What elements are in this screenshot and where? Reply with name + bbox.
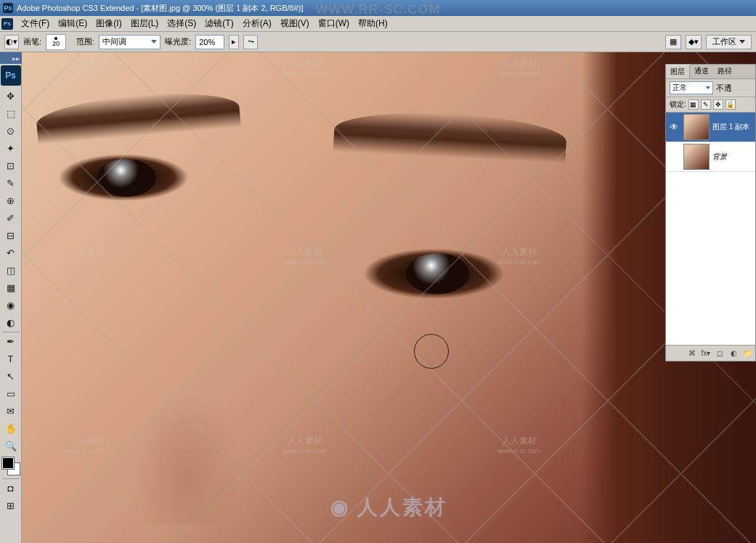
tool-magic-wand[interactable]: ✦ bbox=[2, 140, 20, 156]
adjustment-layer-icon[interactable]: ◐ bbox=[728, 348, 739, 359]
menu-help[interactable]: 帮助(H) bbox=[354, 16, 392, 31]
link-layers-icon[interactable]: ⌘ bbox=[686, 348, 698, 359]
canvas-area[interactable]: 人人素材www.rr-sc.com 人人素材www.rr-sc.com 人人素材… bbox=[22, 52, 756, 543]
layer-style-icon[interactable]: fx▾ bbox=[700, 348, 712, 359]
brush-label: 画笔: bbox=[23, 36, 41, 47]
tool-gradient[interactable]: ▦ bbox=[2, 279, 20, 295]
tool-quickmask[interactable]: ◘ bbox=[2, 478, 20, 496]
tool-eyedropper[interactable]: ✎ bbox=[2, 175, 20, 191]
tool-screenmode[interactable]: ⊞ bbox=[2, 497, 20, 513]
layer-mask-icon[interactable]: ◻ bbox=[714, 348, 725, 359]
tool-eraser[interactable]: ◫ bbox=[2, 262, 20, 278]
ps-doc-icon: Ps bbox=[1, 18, 13, 30]
double-arrow-icon: ▸▸ bbox=[12, 54, 20, 62]
tool-marquee[interactable]: ⬚ bbox=[2, 105, 20, 121]
tool-path-select[interactable]: ↖ bbox=[2, 368, 20, 384]
image-brow-left bbox=[35, 87, 241, 144]
image-eye-left bbox=[58, 154, 189, 201]
color-swatches[interactable] bbox=[2, 457, 20, 475]
tool-type[interactable]: T bbox=[2, 351, 20, 367]
brush-size-value: 20 bbox=[52, 40, 60, 47]
blend-mode-value: 正常 bbox=[672, 83, 687, 93]
tool-healing[interactable]: ⊕ bbox=[2, 192, 20, 208]
tab-paths[interactable]: 路径 bbox=[713, 65, 736, 78]
tool-crop[interactable]: ⊡ bbox=[2, 158, 20, 173]
tool-lasso[interactable]: ⊙ bbox=[2, 123, 20, 139]
menu-window[interactable]: 窗口(W) bbox=[314, 16, 354, 31]
tool-blur[interactable]: ◉ bbox=[2, 297, 20, 313]
window-title: Adobe Photoshop CS3 Extended - [素材图.jpg … bbox=[17, 3, 304, 14]
layers-panel: 图层 通道 路径 正常 不透 锁定: ▦ ✎ ✥ 🔒 👁 bbox=[665, 64, 756, 362]
ps-logo-icon: Ps bbox=[1, 65, 21, 86]
image-nose bbox=[123, 379, 254, 524]
exposure-input[interactable] bbox=[195, 35, 224, 49]
tool-hand[interactable]: ✋ bbox=[2, 420, 20, 436]
blend-mode-row: 正常 不透 bbox=[666, 79, 755, 97]
blend-mode-dropdown[interactable]: 正常 bbox=[670, 81, 713, 94]
tool-stamp[interactable]: ⊟ bbox=[2, 227, 20, 243]
ps-app-icon: Ps bbox=[3, 3, 13, 13]
layers-panel-footer: ⌘ fx▾ ◻ ◐ 📁 bbox=[666, 345, 755, 361]
menubar: Ps 文件(F) 编辑(E) 图像(I) 图层(L) 选择(S) 滤镜(T) 分… bbox=[0, 16, 756, 32]
image-eye-right bbox=[363, 248, 505, 299]
palette-well-1[interactable]: ▦ bbox=[665, 35, 681, 49]
visibility-icon[interactable] bbox=[667, 150, 680, 163]
menu-filter[interactable]: 滤镜(T) bbox=[200, 16, 237, 31]
lock-label: 锁定: bbox=[670, 99, 686, 110]
tool-history-brush[interactable]: ↶ bbox=[2, 245, 20, 261]
visibility-icon[interactable]: 👁 bbox=[667, 121, 680, 134]
layer-row[interactable]: 👁 图层 1 副本 bbox=[666, 113, 755, 142]
lock-position-icon[interactable]: ✥ bbox=[713, 99, 723, 110]
menu-image[interactable]: 图像(I) bbox=[92, 16, 126, 31]
tool-preset-picker[interactable]: ◐▾ bbox=[4, 35, 19, 49]
tool-shape[interactable]: ▭ bbox=[2, 385, 20, 401]
lock-row: 锁定: ▦ ✎ ✥ 🔒 bbox=[666, 97, 755, 113]
tab-channels[interactable]: 通道 bbox=[690, 65, 713, 78]
chevron-down-icon bbox=[739, 40, 745, 44]
layer-list: 👁 图层 1 副本 背景 bbox=[666, 113, 755, 345]
opacity-label: 不透 bbox=[716, 83, 732, 94]
range-label: 范围: bbox=[76, 36, 94, 47]
titlebar: Ps Adobe Photoshop CS3 Extended - [素材图.j… bbox=[0, 0, 756, 16]
tool-move[interactable]: ✥ bbox=[2, 88, 20, 104]
layer-group-icon[interactable]: 📁 bbox=[741, 348, 753, 359]
layer-thumbnail[interactable] bbox=[683, 114, 710, 140]
range-dropdown[interactable]: 中间调 bbox=[99, 35, 160, 49]
chevron-down-icon bbox=[151, 40, 157, 44]
layer-thumbnail[interactable] bbox=[683, 144, 710, 170]
workspace-dropdown[interactable]: 工作区 bbox=[706, 35, 752, 49]
tab-layers[interactable]: 图层 bbox=[666, 65, 690, 78]
lock-pixels-icon[interactable]: ✎ bbox=[701, 99, 711, 110]
layer-name[interactable]: 背景 bbox=[712, 152, 754, 162]
layer-name[interactable]: 图层 1 副本 bbox=[712, 122, 754, 132]
workspace-label: 工作区 bbox=[712, 36, 736, 47]
exposure-flyout[interactable]: ▸ bbox=[229, 35, 239, 49]
layer-row[interactable]: 背景 bbox=[666, 142, 755, 172]
menu-edit[interactable]: 编辑(E) bbox=[54, 16, 92, 31]
menu-view[interactable]: 视图(V) bbox=[276, 16, 314, 31]
tool-dodge[interactable]: ◐ bbox=[2, 314, 20, 330]
menu-layer[interactable]: 图层(L) bbox=[126, 16, 163, 31]
menu-analysis[interactable]: 分析(A) bbox=[238, 16, 276, 31]
lock-all-icon[interactable]: 🔒 bbox=[725, 99, 736, 110]
chevron-down-icon bbox=[706, 86, 710, 89]
panel-tabs: 图层 通道 路径 bbox=[666, 65, 755, 79]
toolbox-collapse-tab[interactable]: ▸▸ bbox=[0, 52, 22, 64]
menu-select[interactable]: 选择(S) bbox=[163, 16, 200, 31]
toolbox: Ps ✥ ⬚ ⊙ ✦ ⊡ ✎ ⊕ ✐ ⊟ ↶ ◫ ▦ ◉ ◐ ✒ T ↖ ▭ ✉… bbox=[0, 52, 22, 543]
airbrush-toggle[interactable]: ⤳ bbox=[243, 35, 258, 49]
lock-transparency-icon[interactable]: ▦ bbox=[688, 99, 699, 110]
options-bar: ◐▾ 画笔: 20 范围: 中间调 曝光度: ▸ ⤳ ▦ ◆▾ 工作区 bbox=[0, 32, 756, 52]
tool-zoom[interactable]: 🔍 bbox=[2, 438, 20, 454]
canvas-image bbox=[22, 52, 756, 543]
range-value: 中间调 bbox=[102, 36, 126, 47]
tool-notes[interactable]: ✉ bbox=[2, 403, 20, 419]
foreground-color[interactable] bbox=[2, 457, 14, 469]
exposure-label: 曝光度: bbox=[165, 36, 191, 47]
tool-pen[interactable]: ✒ bbox=[2, 332, 20, 349]
tool-brush[interactable]: ✐ bbox=[2, 210, 20, 226]
brush-picker[interactable]: 20 bbox=[46, 34, 66, 50]
palette-well-2[interactable]: ◆▾ bbox=[686, 35, 702, 49]
image-brow-right bbox=[333, 108, 568, 164]
menu-file[interactable]: 文件(F) bbox=[17, 16, 54, 31]
